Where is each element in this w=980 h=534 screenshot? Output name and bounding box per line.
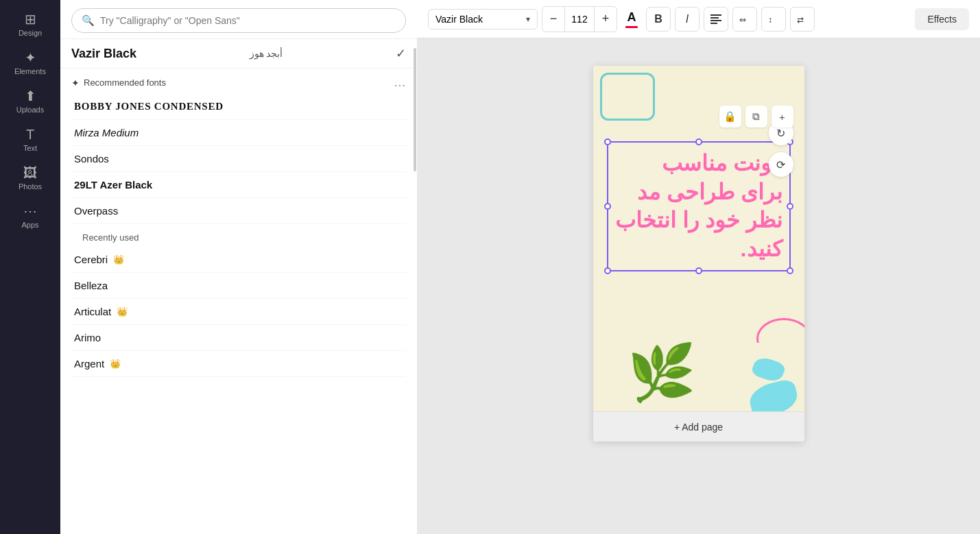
font-item-sondos[interactable]: Sondos [71, 146, 406, 172]
top-toolbar: Vazir Black ▾ − + A B I [417, 0, 980, 38]
text-direction-button[interactable]: ⇄ [790, 7, 815, 32]
copy-button[interactable]: ⧉ [745, 106, 767, 128]
cyan-blob-shape-2 [750, 354, 787, 385]
sidebar-item-uploads[interactable]: ⬆ Uploads [4, 84, 56, 119]
font-selector[interactable]: Vazir Black ▾ [428, 9, 538, 29]
handle-top-mid[interactable] [695, 138, 702, 145]
search-bar: 🔍 [60, 0, 417, 39]
svg-rect-0 [710, 14, 721, 16]
font-item-overpass[interactable]: Overpass [71, 198, 406, 224]
font-list: BOBBY JONES CONDENSED Mirza Medium Sondo… [60, 94, 417, 534]
add-button[interactable]: + [772, 106, 793, 128]
canvas-relative: 🗑 🔒 ⧉ + [593, 66, 804, 441]
effects-button[interactable]: Effects [915, 8, 969, 30]
italic-button[interactable]: I [675, 7, 700, 32]
sidebar-item-uploads-label: Uploads [16, 106, 44, 114]
font-item-belleza[interactable]: Belleza [71, 273, 406, 299]
crown-icon-cerebri: 👑 [113, 254, 124, 265]
font-name-cerebri: Cerebri [74, 254, 108, 265]
sidebar-item-apps[interactable]: ⋯ Apps [4, 199, 56, 234]
current-font-name: Vazir Black [71, 47, 136, 61]
font-selector-name: Vazir Black [435, 14, 483, 25]
line-height-icon: ↕ [767, 14, 780, 25]
align-left-icon [710, 14, 721, 24]
line-height-button[interactable]: ↕ [761, 7, 786, 32]
sidebar-item-design[interactable]: ⊞ Design [4, 7, 56, 43]
svg-text:⇔: ⇔ [739, 15, 746, 25]
font-item-bobby-jones[interactable]: BOBBY JONES CONDENSED [71, 94, 406, 120]
font-size-increase-button[interactable]: + [595, 7, 617, 32]
svg-text:↕: ↕ [768, 15, 772, 25]
handle-bottom-right[interactable] [787, 267, 793, 274]
add-icon: + [779, 111, 785, 123]
teal-box-shape [600, 73, 655, 121]
font-name-sondos: Sondos [74, 153, 109, 165]
current-font-row[interactable]: Vazir Black أبجد هوز ✓ [60, 39, 417, 69]
search-icon: 🔍 [82, 14, 95, 27]
crown-icon-articulat: 👑 [117, 306, 128, 317]
svg-rect-1 [710, 17, 719, 19]
canvas-text-box[interactable]: فونت مناسب برای طراحی مد نظر خود را انتخ… [607, 141, 791, 271]
plant-decoration: 🌿 [628, 345, 696, 400]
chevron-down-icon: ▾ [526, 14, 530, 24]
text-color-button[interactable]: A [621, 8, 642, 31]
canvas-text-content: فونت مناسب برای طراحی مد نظر خود را انتخ… [615, 149, 782, 263]
search-input-wrap[interactable]: 🔍 [71, 8, 406, 33]
recommended-label-text: Recommended fonts [84, 77, 166, 88]
handle-left-mid[interactable] [604, 203, 611, 210]
letter-spacing-button[interactable]: ⇔ [732, 7, 757, 32]
recently-used-label: Recently used [71, 224, 406, 247]
rotate-reset-button[interactable]: ⟳ [769, 152, 793, 177]
font-name-29lt: 29LT Azer Black [74, 179, 152, 191]
font-panel: 🔍 Vazir Black أبجد هوز ✓ ✦ Recommended f… [60, 0, 417, 534]
current-font-rtl-preview: أبجد هوز [250, 48, 283, 59]
font-name-argent: Argent [74, 358, 104, 369]
sidebar-item-elements-label: Elements [14, 67, 46, 75]
font-name-overpass: Overpass [74, 205, 118, 217]
font-size-input[interactable] [564, 7, 595, 32]
sidebar-item-text-label: Text [23, 144, 37, 152]
search-input[interactable] [100, 15, 396, 26]
check-icon: ✓ [396, 46, 406, 61]
letter-spacing-icon: ⇔ [739, 14, 751, 25]
pink-arc-shape [756, 318, 804, 359]
svg-text:⇄: ⇄ [797, 15, 804, 25]
font-item-arimo[interactable]: Arimo [71, 325, 406, 351]
photos-icon: 🖼 [23, 166, 37, 180]
font-size-decrease-button[interactable]: − [542, 7, 564, 32]
handle-bottom-left[interactable] [604, 267, 611, 274]
add-page-button[interactable]: + Add page [593, 411, 804, 441]
refresh-icon: ↻ [776, 127, 785, 140]
handle-bottom-mid[interactable] [695, 267, 702, 274]
font-item-argent[interactable]: Argent 👑 [71, 351, 406, 377]
font-item-cerebri[interactable]: Cerebri 👑 [71, 247, 406, 273]
svg-rect-2 [710, 20, 721, 21]
sidebar-item-photos[interactable]: 🖼 Photos [4, 160, 56, 196]
font-name-articulat: Articulat [74, 306, 111, 317]
align-left-button[interactable] [704, 7, 728, 32]
recommended-more-button[interactable]: … [394, 75, 406, 90]
font-name-arimo: Arimo [74, 332, 101, 343]
recommended-label: ✦ Recommended fonts [71, 77, 166, 88]
canvas-right-icons: ↻ ⟳ [769, 121, 793, 177]
lock-button[interactable]: 🔒 [719, 106, 741, 128]
sidebar-item-text[interactable]: T Text [4, 122, 56, 158]
canvas-wrapper: 🗑 🔒 ⧉ + [417, 38, 980, 534]
rotate-icon: ⟳ [776, 158, 785, 171]
font-item-mirza[interactable]: Mirza Medium [71, 120, 406, 146]
font-item-articulat[interactable]: Articulat 👑 [71, 299, 406, 325]
sidebar-item-elements[interactable]: ✦ Elements [4, 45, 56, 81]
copy-icon: ⧉ [752, 110, 760, 123]
text-icon: T [26, 128, 34, 141]
font-item-29lt[interactable]: 29LT Azer Black [71, 172, 406, 198]
handle-top-left[interactable] [604, 138, 611, 145]
font-name-belleza: Belleza [74, 280, 108, 291]
apps-icon: ⋯ [23, 204, 37, 218]
elements-icon: ✦ [25, 51, 36, 64]
sidebar-item-photos-label: Photos [19, 182, 42, 191]
lock-icon: 🔒 [724, 110, 737, 123]
text-color-bar [625, 26, 638, 28]
bold-button[interactable]: B [646, 7, 671, 32]
handle-right-mid[interactable] [787, 203, 793, 210]
design-icon: ⊞ [25, 12, 36, 26]
